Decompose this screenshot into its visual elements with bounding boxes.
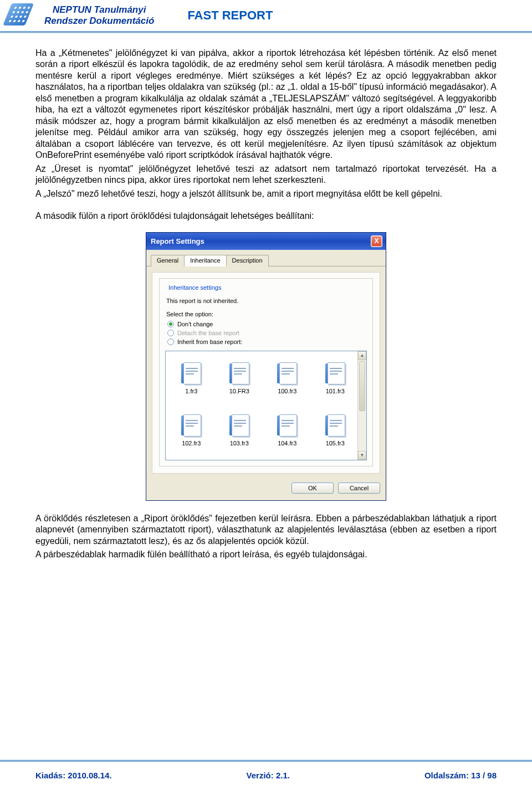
report-file-icon xyxy=(178,411,204,438)
list-item[interactable]: 103.fr3 xyxy=(217,407,262,458)
header-rule-thin xyxy=(0,33,532,33)
report-file-icon xyxy=(226,411,253,438)
radio-dont-change[interactable]: Don't change xyxy=(167,321,367,327)
footer-date: Kiadás: 2010.08.14. xyxy=(35,771,112,780)
tab-general[interactable]: General xyxy=(151,255,185,266)
paragraph-5: A öröklődés részletesen a „Riport öröklő… xyxy=(35,513,497,547)
svg-rect-0 xyxy=(3,3,33,25)
header-fast-report: FAST REPORT xyxy=(187,8,273,23)
scroll-thumb[interactable] xyxy=(359,361,365,411)
inheritance-fieldset: Inheritance settings This report is not … xyxy=(159,278,373,466)
paragraph-6: A párbeszédablak harmadik fülén beállíth… xyxy=(35,549,497,560)
radio-detach: Detach the base report xyxy=(167,330,367,336)
list-item[interactable]: 1.fr3 xyxy=(169,355,214,406)
header-title-line1: NEPTUN Tanulmányi xyxy=(44,4,154,16)
radio-icon xyxy=(167,330,174,336)
report-file-icon xyxy=(274,359,300,386)
list-item[interactable]: 105.fr3 xyxy=(313,407,358,458)
file-label: 1.fr3 xyxy=(185,388,197,394)
file-label: 101.fr3 xyxy=(326,388,345,394)
report-file-icon xyxy=(178,359,204,386)
paragraph-4: A második fülön a riport öröklődési tula… xyxy=(35,211,497,222)
radio-label: Detach the base report xyxy=(177,330,239,336)
footer-version: Verzió: 2.1. xyxy=(247,771,290,780)
group-label: Inheritance settings xyxy=(166,284,223,291)
cancel-button[interactable]: Cancel xyxy=(338,483,380,494)
dialog-title-text: Report Settings xyxy=(151,237,204,245)
report-file-icon xyxy=(226,359,253,386)
report-file-icon xyxy=(322,411,349,438)
logo-icon xyxy=(2,2,33,29)
dialog-title-bar[interactable]: Report Settings X xyxy=(146,233,386,250)
dialog-tabs: General Inheritance Description xyxy=(146,250,386,266)
radio-icon[interactable] xyxy=(167,321,174,327)
list-item[interactable]: 102.fr3 xyxy=(169,407,214,458)
report-settings-dialog: Report Settings X General Inheritance De… xyxy=(146,232,386,501)
file-label: 100.fr3 xyxy=(278,388,296,394)
paragraph-2: Az „Üreset is nyomtat" jelölőnégyzet leh… xyxy=(35,163,497,186)
select-option-label: Select the option: xyxy=(166,311,367,317)
footer-page: Oldalszám: 13 / 98 xyxy=(424,771,497,780)
list-item[interactable]: 10.FR3 xyxy=(217,355,262,406)
file-list[interactable]: 1.fr3 10.FR3 100.fr3 xyxy=(165,351,367,460)
radio-label: Inherit from base report: xyxy=(177,338,242,345)
tab-description[interactable]: Description xyxy=(226,255,269,266)
list-item[interactable]: 100.fr3 xyxy=(265,355,310,406)
header-title-line2: Rendszer Dokumentáció xyxy=(44,16,154,27)
file-label: 105.fr3 xyxy=(326,440,345,447)
page-header: NEPTUN Tanulmányi Rendszer Dokumentáció … xyxy=(0,0,532,31)
radio-label: Don't change xyxy=(177,321,213,327)
list-item[interactable]: 104.fr3 xyxy=(265,407,310,458)
list-item[interactable]: 101.fr3 xyxy=(313,355,358,406)
scroll-up-icon[interactable]: ▲ xyxy=(358,351,366,360)
close-icon[interactable]: X xyxy=(371,235,382,247)
paragraph-3: A „Jelszó" mező lehetővé teszi, hogy a j… xyxy=(35,188,497,199)
scrollbar[interactable]: ▲ ▼ xyxy=(357,351,366,460)
file-label: 104.fr3 xyxy=(278,440,296,447)
radio-inherit[interactable]: Inherit from base report: xyxy=(167,338,367,345)
scroll-down-icon[interactable]: ▼ xyxy=(358,451,366,460)
file-label: 103.fr3 xyxy=(230,440,249,447)
page-footer: Kiadás: 2010.08.14. Verzió: 2.1. Oldalsz… xyxy=(0,760,532,790)
paragraph-1: Ha a „Kétmenetes" jelölőnégyzet ki van p… xyxy=(35,48,497,161)
file-label: 102.fr3 xyxy=(182,440,201,447)
file-label: 10.FR3 xyxy=(229,388,249,394)
report-file-icon xyxy=(322,359,349,386)
tab-inheritance[interactable]: Inheritance xyxy=(184,255,226,266)
radio-icon[interactable] xyxy=(167,338,174,345)
report-file-icon xyxy=(274,411,300,438)
ok-button[interactable]: OK xyxy=(291,483,334,494)
inherit-info: This report is not inherited. xyxy=(166,297,367,304)
